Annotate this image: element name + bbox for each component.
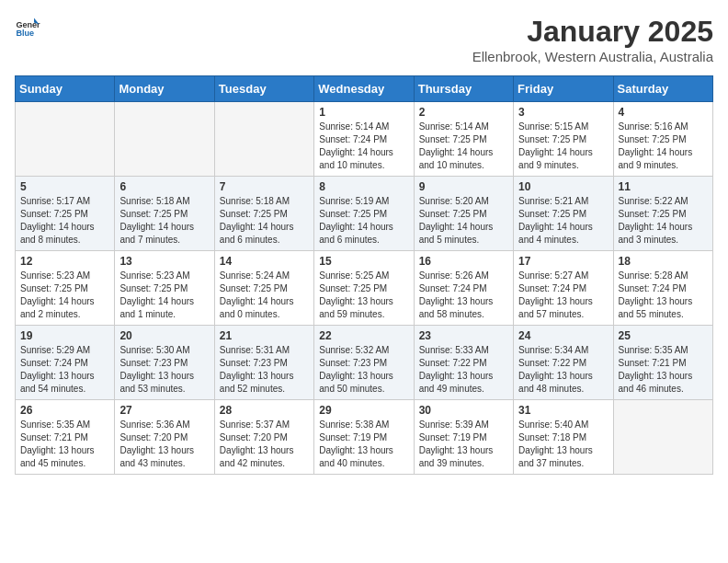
day-info: Sunrise: 5:18 AMSunset: 7:25 PMDaylight:… <box>119 195 209 247</box>
calendar-day-cell: 10Sunrise: 5:21 AMSunset: 7:25 PMDayligh… <box>514 177 613 251</box>
calendar-day-cell: 23Sunrise: 5:33 AMSunset: 7:22 PMDayligh… <box>414 326 513 400</box>
day-number: 20 <box>119 329 209 342</box>
day-number: 2 <box>419 106 508 119</box>
calendar-day-cell: 9Sunrise: 5:20 AMSunset: 7:25 PMDaylight… <box>414 177 513 251</box>
day-number: 12 <box>20 255 109 268</box>
day-number: 11 <box>619 180 708 193</box>
weekday-header-saturday: Saturday <box>613 76 712 102</box>
day-info: Sunrise: 5:32 AMSunset: 7:23 PMDaylight:… <box>319 344 408 396</box>
day-info: Sunrise: 5:14 AMSunset: 7:24 PMDaylight:… <box>319 121 408 172</box>
month-title: January 2025 <box>472 15 713 49</box>
calendar-day-cell <box>115 102 214 177</box>
calendar-day-cell: 3Sunrise: 5:15 AMSunset: 7:25 PMDaylight… <box>514 102 613 177</box>
day-number: 3 <box>518 106 608 119</box>
calendar-day-cell: 8Sunrise: 5:19 AMSunset: 7:25 PMDaylight… <box>314 177 414 251</box>
day-info: Sunrise: 5:23 AMSunset: 7:25 PMDaylight:… <box>20 270 109 321</box>
calendar-day-cell: 2Sunrise: 5:14 AMSunset: 7:25 PMDaylight… <box>414 102 513 177</box>
calendar-day-cell: 21Sunrise: 5:31 AMSunset: 7:23 PMDayligh… <box>214 326 313 400</box>
day-number: 25 <box>619 329 708 342</box>
day-number: 8 <box>319 180 408 193</box>
day-info: Sunrise: 5:35 AMSunset: 7:21 PMDaylight:… <box>20 419 109 470</box>
day-info: Sunrise: 5:35 AMSunset: 7:21 PMDaylight:… <box>619 344 708 396</box>
calendar-day-cell: 17Sunrise: 5:27 AMSunset: 7:24 PMDayligh… <box>514 251 613 326</box>
weekday-header-thursday: Thursday <box>414 76 513 102</box>
day-info: Sunrise: 5:36 AMSunset: 7:20 PMDaylight:… <box>119 419 209 470</box>
calendar-day-cell: 27Sunrise: 5:36 AMSunset: 7:20 PMDayligh… <box>115 400 214 475</box>
calendar-day-cell: 11Sunrise: 5:22 AMSunset: 7:25 PMDayligh… <box>613 177 712 251</box>
calendar-day-cell: 13Sunrise: 5:23 AMSunset: 7:25 PMDayligh… <box>115 251 214 326</box>
weekday-header-sunday: Sunday <box>16 76 115 102</box>
day-number: 14 <box>220 255 309 268</box>
day-number: 21 <box>220 329 309 342</box>
day-info: Sunrise: 5:24 AMSunset: 7:25 PMDaylight:… <box>220 270 309 321</box>
day-info: Sunrise: 5:16 AMSunset: 7:25 PMDaylight:… <box>619 121 708 172</box>
day-number: 18 <box>619 255 708 268</box>
logo: General Blue <box>15 15 40 40</box>
day-number: 4 <box>619 106 708 119</box>
weekday-header-wednesday: Wednesday <box>314 76 414 102</box>
day-info: Sunrise: 5:30 AMSunset: 7:23 PMDaylight:… <box>119 344 209 396</box>
day-number: 9 <box>419 180 508 193</box>
calendar-day-cell: 1Sunrise: 5:14 AMSunset: 7:24 PMDaylight… <box>314 102 414 177</box>
calendar-day-cell: 12Sunrise: 5:23 AMSunset: 7:25 PMDayligh… <box>16 251 115 326</box>
day-number: 27 <box>119 404 209 417</box>
calendar-day-cell: 16Sunrise: 5:26 AMSunset: 7:24 PMDayligh… <box>414 251 513 326</box>
calendar-day-cell: 31Sunrise: 5:40 AMSunset: 7:18 PMDayligh… <box>514 400 613 475</box>
calendar-day-cell: 14Sunrise: 5:24 AMSunset: 7:25 PMDayligh… <box>214 251 313 326</box>
calendar-day-cell: 24Sunrise: 5:34 AMSunset: 7:22 PMDayligh… <box>514 326 613 400</box>
day-number: 16 <box>419 255 508 268</box>
calendar-day-cell: 25Sunrise: 5:35 AMSunset: 7:21 PMDayligh… <box>613 326 712 400</box>
day-number: 30 <box>419 404 508 417</box>
day-number: 1 <box>319 106 408 119</box>
calendar-day-cell: 5Sunrise: 5:17 AMSunset: 7:25 PMDaylight… <box>16 177 115 251</box>
calendar-day-cell: 26Sunrise: 5:35 AMSunset: 7:21 PMDayligh… <box>16 400 115 475</box>
day-info: Sunrise: 5:31 AMSunset: 7:23 PMDaylight:… <box>220 344 309 396</box>
day-info: Sunrise: 5:33 AMSunset: 7:22 PMDaylight:… <box>419 344 508 396</box>
weekday-header-tuesday: Tuesday <box>214 76 313 102</box>
calendar-week-row: 1Sunrise: 5:14 AMSunset: 7:24 PMDaylight… <box>16 102 713 177</box>
day-number: 19 <box>20 329 109 342</box>
day-info: Sunrise: 5:38 AMSunset: 7:19 PMDaylight:… <box>319 419 408 470</box>
day-info: Sunrise: 5:14 AMSunset: 7:25 PMDaylight:… <box>419 121 508 172</box>
day-info: Sunrise: 5:25 AMSunset: 7:25 PMDaylight:… <box>319 270 408 321</box>
weekday-header-friday: Friday <box>514 76 613 102</box>
calendar-day-cell <box>214 102 313 177</box>
day-info: Sunrise: 5:28 AMSunset: 7:24 PMDaylight:… <box>619 270 708 321</box>
day-info: Sunrise: 5:21 AMSunset: 7:25 PMDaylight:… <box>518 195 608 247</box>
day-number: 22 <box>319 329 408 342</box>
calendar-day-cell: 20Sunrise: 5:30 AMSunset: 7:23 PMDayligh… <box>115 326 214 400</box>
day-info: Sunrise: 5:23 AMSunset: 7:25 PMDaylight:… <box>119 270 209 321</box>
day-number: 31 <box>518 404 608 417</box>
day-info: Sunrise: 5:27 AMSunset: 7:24 PMDaylight:… <box>518 270 608 321</box>
calendar-day-cell: 28Sunrise: 5:37 AMSunset: 7:20 PMDayligh… <box>214 400 313 475</box>
day-number: 26 <box>20 404 109 417</box>
day-info: Sunrise: 5:40 AMSunset: 7:18 PMDaylight:… <box>518 419 608 470</box>
day-info: Sunrise: 5:39 AMSunset: 7:19 PMDaylight:… <box>419 419 508 470</box>
svg-text:Blue: Blue <box>16 29 34 38</box>
day-info: Sunrise: 5:18 AMSunset: 7:25 PMDaylight:… <box>220 195 309 247</box>
calendar-week-row: 26Sunrise: 5:35 AMSunset: 7:21 PMDayligh… <box>16 400 713 475</box>
weekday-header-row: SundayMondayTuesdayWednesdayThursdayFrid… <box>16 76 713 102</box>
day-number: 5 <box>20 180 109 193</box>
day-number: 7 <box>220 180 309 193</box>
page-header: General Blue January 2025 Ellenbrook, We… <box>15 15 713 64</box>
day-info: Sunrise: 5:15 AMSunset: 7:25 PMDaylight:… <box>518 121 608 172</box>
day-number: 15 <box>319 255 408 268</box>
day-info: Sunrise: 5:29 AMSunset: 7:24 PMDaylight:… <box>20 344 109 396</box>
calendar-day-cell: 30Sunrise: 5:39 AMSunset: 7:19 PMDayligh… <box>414 400 513 475</box>
calendar-day-cell: 19Sunrise: 5:29 AMSunset: 7:24 PMDayligh… <box>16 326 115 400</box>
location-title: Ellenbrook, Western Australia, Australia <box>472 49 713 64</box>
day-info: Sunrise: 5:34 AMSunset: 7:22 PMDaylight:… <box>518 344 608 396</box>
calendar-week-row: 19Sunrise: 5:29 AMSunset: 7:24 PMDayligh… <box>16 326 713 400</box>
calendar-day-cell <box>613 400 712 475</box>
weekday-header-monday: Monday <box>115 76 214 102</box>
calendar-day-cell: 18Sunrise: 5:28 AMSunset: 7:24 PMDayligh… <box>613 251 712 326</box>
calendar-day-cell: 4Sunrise: 5:16 AMSunset: 7:25 PMDaylight… <box>613 102 712 177</box>
day-info: Sunrise: 5:19 AMSunset: 7:25 PMDaylight:… <box>319 195 408 247</box>
calendar-week-row: 12Sunrise: 5:23 AMSunset: 7:25 PMDayligh… <box>16 251 713 326</box>
calendar-day-cell: 15Sunrise: 5:25 AMSunset: 7:25 PMDayligh… <box>314 251 414 326</box>
day-number: 10 <box>518 180 608 193</box>
day-number: 6 <box>119 180 209 193</box>
calendar-day-cell: 7Sunrise: 5:18 AMSunset: 7:25 PMDaylight… <box>214 177 313 251</box>
calendar-day-cell: 22Sunrise: 5:32 AMSunset: 7:23 PMDayligh… <box>314 326 414 400</box>
